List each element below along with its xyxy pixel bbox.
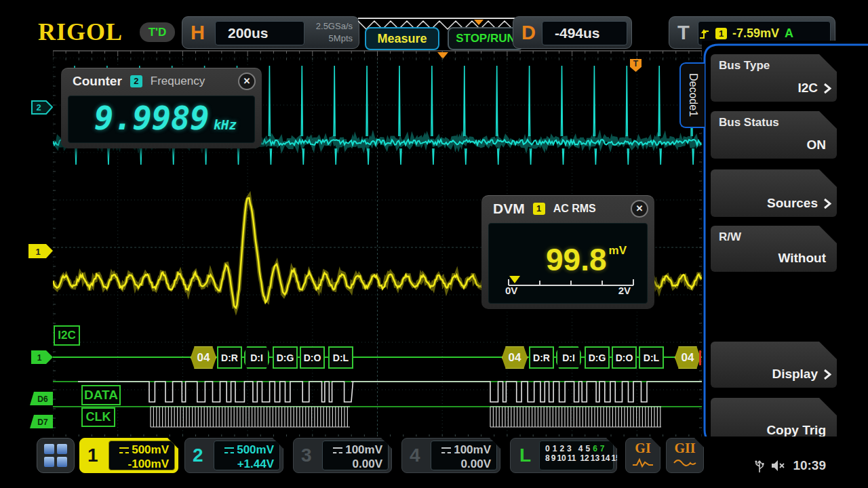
channel2-settings: 500mV +1.44V <box>214 441 280 470</box>
menu-item-rw[interactable]: R/W Without <box>711 226 837 272</box>
grid-square-icon <box>44 444 54 454</box>
decode-frame-address: 04 <box>675 346 701 369</box>
decode-frame: D:G <box>273 346 298 369</box>
counter-panel[interactable]: Counter 2 Frequency ✕ 9.9989 kHz <box>61 68 262 148</box>
dvm-display: 99.8 mV 0V 2V <box>488 223 648 304</box>
counter-channel-badge: 2 <box>130 75 142 87</box>
channel2-button[interactable]: 2 500mV +1.44V <box>184 438 283 473</box>
logic-channel-list: 01 23 45 67 89 1011 1213 1415 <box>539 441 614 470</box>
svg-text:1: 1 <box>37 353 42 363</box>
t-label: T <box>677 22 690 44</box>
chevron-right-icon <box>823 198 831 209</box>
horizontal-timebase-panel[interactable]: H 200us 2.5GSa/s 5Mpts <box>182 16 359 49</box>
decode-frame: D:L <box>639 346 664 369</box>
dvm-needle-icon <box>509 276 520 283</box>
bus-type-label: I2C <box>54 325 80 346</box>
status-area: 10:39 <box>755 458 826 473</box>
dvm-unit: mV <box>609 244 627 258</box>
d7-channel-marker[interactable]: D7 <box>30 415 53 428</box>
oscilloscope-screen: RIGOL T'D H 200us 2.5GSa/s 5Mpts Measure… <box>0 0 868 488</box>
svg-text:D7: D7 <box>37 418 48 427</box>
counter-value: 9.9989 <box>94 100 210 137</box>
counter-mode: Frequency <box>151 75 205 88</box>
decode-frame-address: 04 <box>191 346 216 369</box>
bottom-bar: 1 500mV -100mV 2 500mV +1.44V 3 100mV 0.… <box>0 436 868 488</box>
counter-close-button[interactable]: ✕ <box>238 73 256 90</box>
channel2-position-marker[interactable]: 2 <box>31 100 53 115</box>
channel3-button[interactable]: 3 100mV 0.00V <box>293 438 392 473</box>
channel1-button[interactable]: 1 500mV -100mV <box>79 438 178 473</box>
delay-value[interactable]: -494us <box>542 21 627 45</box>
h-label: H <box>191 22 205 44</box>
channel4-settings: 100mV 0.00V <box>431 441 497 470</box>
data-trace-label: DATA <box>81 385 121 405</box>
menu-item-display[interactable]: Display <box>711 342 837 388</box>
menu-item-sources[interactable]: Sources <box>711 169 837 217</box>
channel1-settings: 500mV -100mV <box>108 441 175 470</box>
menu-item-bus-type[interactable]: Bus Type I2C <box>711 54 837 102</box>
decode-frame: D:O <box>300 346 325 369</box>
rising-edge-icon <box>698 27 710 40</box>
menu-item-bus-status[interactable]: Bus Status ON <box>711 111 837 159</box>
g2-source-button[interactable]: GII <box>666 438 704 473</box>
dvm-mode: AC RMS <box>553 203 596 215</box>
dvm-panel[interactable]: DVM 1 AC RMS ✕ 99.8 mV 0V 2V <box>481 195 654 309</box>
chevron-right-icon <box>823 369 831 380</box>
svg-text:D6: D6 <box>37 394 48 404</box>
sample-rate: 2.5GSa/s <box>316 20 353 33</box>
trigger-source-badge: 1 <box>715 28 727 39</box>
channel4-button[interactable]: 4 100mV 0.00V <box>401 438 500 473</box>
clk-trace-label: CLK <box>81 407 115 427</box>
counter-unit: kHz <box>214 117 237 132</box>
counter-title: Counter <box>73 74 122 89</box>
dc-coupling-icon <box>119 447 129 453</box>
speaker-muted-icon <box>771 460 786 472</box>
usb-icon <box>755 458 764 473</box>
decode-frame: D:O <box>612 346 637 369</box>
acquisition-stats: 2.5GSa/s 5Mpts <box>316 20 353 45</box>
grid-square-icon <box>44 457 54 467</box>
d-label: D <box>521 22 536 44</box>
delay-panel[interactable]: D -494us <box>513 16 632 49</box>
decode-frame: D:R <box>529 346 554 369</box>
dvm-title: DVM <box>493 201 525 217</box>
decode-frame: D:I <box>556 346 581 369</box>
svg-text:1: 1 <box>35 247 40 257</box>
dvm-value: 99.8 <box>546 241 607 278</box>
decode-frame-address: 04 <box>502 346 528 369</box>
d6-channel-marker[interactable]: D6 <box>30 392 53 405</box>
counter-panel-header[interactable]: Counter 2 Frequency ✕ <box>61 68 262 94</box>
logic-channels-button[interactable]: L 01 23 45 67 89 1011 1213 1415 <box>510 438 617 473</box>
counter-display: 9.9989 kHz <box>68 96 255 143</box>
chevron-right-icon <box>823 83 831 94</box>
clock: 10:39 <box>793 458 826 473</box>
dvm-close-button[interactable]: ✕ <box>631 200 648 218</box>
channel3-settings: 100mV 0.00V <box>322 441 389 470</box>
dvm-scale-bar <box>508 274 634 287</box>
svg-text:2: 2 <box>36 102 41 113</box>
channel1-position-marker[interactable]: 1 <box>28 244 53 258</box>
grid-square-icon <box>57 444 67 454</box>
measure-button[interactable]: Measure <box>365 27 439 50</box>
decode-truncated-marker <box>699 350 701 365</box>
dc-coupling-icon <box>224 447 234 453</box>
menu-grid-button[interactable] <box>37 438 75 473</box>
g1-source-button[interactable]: GI <box>625 438 660 473</box>
memory-depth: 5Mpts <box>316 33 353 45</box>
dc-coupling-icon <box>441 447 451 453</box>
decode-menu-sidebar: Bus Type I2C Bus Status ON Sources R/W W… <box>702 41 868 453</box>
waveform-icon <box>631 458 654 468</box>
timebase-value[interactable]: 200us <box>215 21 304 45</box>
decode-frame: D:G <box>585 346 610 369</box>
dvm-panel-header[interactable]: DVM 1 AC RMS ✕ <box>481 196 654 222</box>
trigger-status-badge: T'D <box>140 22 175 42</box>
decode1-tab[interactable]: Decode1 <box>679 62 705 128</box>
rigol-logo: RIGOL <box>38 18 123 46</box>
sine-wave-icon <box>673 458 697 468</box>
dc-coupling-icon <box>333 447 342 453</box>
dvm-scale-min: 0V <box>505 285 517 296</box>
decode-frame: D:I <box>244 346 269 369</box>
decode-source-marker[interactable]: 1 <box>31 350 53 364</box>
dvm-scale-max: 2V <box>618 285 631 296</box>
decode-frame: D:L <box>328 346 353 369</box>
